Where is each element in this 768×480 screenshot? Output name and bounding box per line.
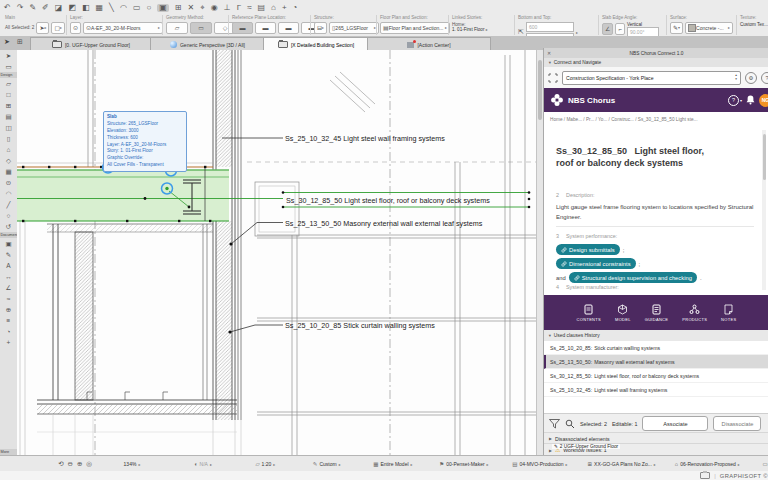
renovation-filter-control[interactable]: ⌂06-Renovation-Proposed▸ <box>666 461 748 467</box>
label-stick-curtain[interactable]: Ss_25_10_20_85 Stick curtain walling sys… <box>285 321 435 330</box>
column-tool[interactable]: ◫ <box>5 122 11 133</box>
add-icon[interactable]: + <box>282 4 287 12</box>
account-menu[interactable]: NG ▾ <box>759 94 768 107</box>
surface-combo[interactable]: Concrete -...▸ <box>685 22 733 34</box>
nav-model[interactable]: MODEL <box>615 304 631 322</box>
arrow-mode-button[interactable]: ➤▸ <box>36 22 49 34</box>
nav-contents[interactable]: CONTENTS <box>577 304 601 322</box>
tab-floor-plan[interactable]: [0. UGF-Upper Ground Floor] <box>30 37 152 51</box>
panel-scrollbar[interactable] <box>762 130 766 290</box>
label-deck-selected[interactable]: Ss_30_12_85_50 Light steel floor, roof o… <box>286 196 490 205</box>
disassociate-button[interactable]: Disassociate <box>713 416 761 431</box>
line-tool[interactable]: ∠ <box>6 282 12 293</box>
door-tool[interactable]: □ <box>7 89 11 100</box>
delete-icon[interactable]: ✕ <box>188 4 195 12</box>
breadcrumb[interactable]: Home / Mabe... / Pr... / Yo... / Constru… <box>544 112 768 127</box>
refplane-core-bottom-button[interactable]: ▬ <box>278 22 299 34</box>
grid-tool-icon[interactable]: ▦ <box>96 4 104 12</box>
section-drawing[interactable]: Ss_25_10_32_45 Light steel wall framing … <box>17 50 536 455</box>
nav-notes[interactable]: NOTES <box>721 304 736 322</box>
scale-control[interactable]: ▱1:20▸ <box>238 461 292 467</box>
detail-tool[interactable]: + <box>7 337 11 348</box>
structure-combo[interactable]: ▯265_LGSFloor▸ <box>329 22 379 34</box>
edge-custom-button[interactable]: ⌐ <box>615 23 625 35</box>
surface-pen-button[interactable]: ✎▾ <box>670 22 683 34</box>
nav-guidance[interactable]: GUIDANCE <box>645 304 669 322</box>
notifications-bell-icon[interactable] <box>746 95 755 105</box>
rect-tool-icon[interactable]: ▭ <box>133 4 141 12</box>
arrow-tool-icon[interactable]: ➤ <box>4 38 10 46</box>
zone-tool[interactable]: ↺ <box>6 221 11 232</box>
refplane-top-button[interactable]: ▬ <box>232 22 253 34</box>
zoom-level-control[interactable]: 134%▸ <box>96 461 168 467</box>
slab-edge-angle-field[interactable]: 90.00° <box>627 27 659 37</box>
angle-icon[interactable]: Γ <box>237 4 241 12</box>
camera-tool[interactable]: ◔ <box>7 326 11 337</box>
inject-parameters-icon[interactable]: ✐ <box>42 4 49 12</box>
penset-control[interactable]: ⚑00-Penset-Maker▸ <box>429 461 499 467</box>
perpendicular-icon[interactable]: ⊥ <box>224 4 231 12</box>
top-offset-field[interactable]: 600 <box>526 22 574 32</box>
arc-tool-icon[interactable]: ◠ <box>120 4 127 12</box>
roof-tool[interactable]: ⌂ <box>7 144 11 155</box>
active-geometry-icon[interactable]: ▣ <box>157 4 169 12</box>
slab-tool-icon[interactable]: ◪ <box>55 4 63 12</box>
fill-tool[interactable]: ↔ <box>5 271 12 282</box>
shell-tool[interactable]: ◇ <box>6 155 11 166</box>
layer-combo[interactable]: ⊙A-EF_30_20-M-Floors▸ <box>83 22 163 34</box>
object-tool[interactable]: ⊙ <box>6 177 11 188</box>
clause-list-item[interactable]: Ss_30_12_85_50:Light steel floor, roof o… <box>544 369 768 383</box>
search-icon[interactable] <box>565 419 575 429</box>
home-story-icon[interactable]: ⌂ <box>271 4 276 12</box>
clause-list-item[interactable]: Ss_25_10_20_85:Stick curtain walling sys… <box>544 341 768 355</box>
redo-icon[interactable]: ↷ <box>17 4 24 12</box>
close-icon[interactable]: ✕ <box>547 50 551 56</box>
fit-view-icon[interactable]: ⟲ <box>58 460 63 468</box>
transform-icon[interactable]: ⊞ <box>175 4 182 12</box>
floor-plan-section-combo[interactable]: ▤Floor Plan and Section...▸ <box>380 22 450 34</box>
spec-dropdown[interactable]: Construction Specification - York Place … <box>562 71 741 85</box>
slab-tool[interactable]: ▤ <box>5 111 11 122</box>
figure-tool[interactable]: ⊕ <box>6 304 11 315</box>
select-tool[interactable]: ➤ <box>6 50 11 61</box>
printer-icon[interactable] <box>700 472 710 479</box>
marquee-tool[interactable]: ▭ <box>5 61 11 72</box>
label-wall-framing[interactable]: Ss_25_10_32_45 Light steel wall framing … <box>285 134 445 143</box>
wall-tool-icon[interactable]: ◩ <box>68 4 76 12</box>
clause-link-pill[interactable]: Design submittals <box>556 244 620 255</box>
model-view-options-control[interactable]: ▤04-MVO-Production▸ <box>503 461 577 467</box>
pen-set-control[interactable]: ✎Custom▸ <box>297 461 357 467</box>
label-masonry-leaf[interactable]: Ss_25_13_50_50 Masonry external wall ext… <box>285 219 483 228</box>
clause-list-item-selected[interactable]: Ss_25_13_50_50:Masonry wall external lea… <box>544 355 768 369</box>
beam-tool[interactable]: ▯ <box>7 133 11 144</box>
dimension-style-control[interactable]: ▭01-Dims-Millimeter▸ <box>752 461 768 467</box>
orientation-control[interactable]: ◐N/A▸ <box>172 461 234 467</box>
window-tool[interactable]: ⊞ <box>6 100 11 111</box>
zoom-out-icon[interactable]: ⊖ <box>67 460 72 468</box>
hatch-icon[interactable]: ▤ <box>258 4 266 12</box>
edge-vertical-button[interactable]: ∠ <box>602 23 613 35</box>
structure-type-button[interactable]: ⊟▸ <box>314 22 327 34</box>
scan-corners-icon[interactable] <box>548 73 558 83</box>
clause-list-item[interactable]: Ss_25_10_32_45:Light steel wall framing … <box>544 383 768 397</box>
tab-action-center[interactable]: [Action Center] <box>367 37 491 51</box>
rotate-icon[interactable]: ◔ <box>293 4 298 12</box>
section-tool[interactable]: ≡ <box>7 315 11 326</box>
line-tool-icon[interactable]: ╲ <box>109 4 114 12</box>
help-menu[interactable]: ?▾ <box>728 95 742 106</box>
associate-button[interactable]: Associate <box>642 416 708 431</box>
snap-icon[interactable]: ◉ <box>211 4 218 12</box>
tab-building-section[interactable]: [X Detailed Building Section] <box>263 37 369 51</box>
wall-tool[interactable]: ▱ <box>6 78 11 89</box>
layer-combination-control[interactable]: ⊞XX-GO-GA Plans No Zo...▸ <box>581 461 663 467</box>
label-tool[interactable]: A <box>6 260 10 271</box>
pickup-parameters-icon[interactable]: ✎ <box>29 4 36 12</box>
nav-products[interactable]: PRODUCTS <box>682 304 707 322</box>
curtain-wall-tool[interactable]: ○ <box>7 210 11 221</box>
undo-icon[interactable]: ↶ <box>4 4 11 12</box>
spline-icon[interactable]: ≈ <box>247 4 251 12</box>
geometry-rect-button[interactable]: ▭ <box>190 22 212 34</box>
railing-tool[interactable]: ╱ <box>7 199 11 210</box>
tab-overview-icon[interactable]: ⊞ <box>17 38 23 46</box>
settings-gear-icon[interactable]: ⚙ <box>745 72 757 84</box>
